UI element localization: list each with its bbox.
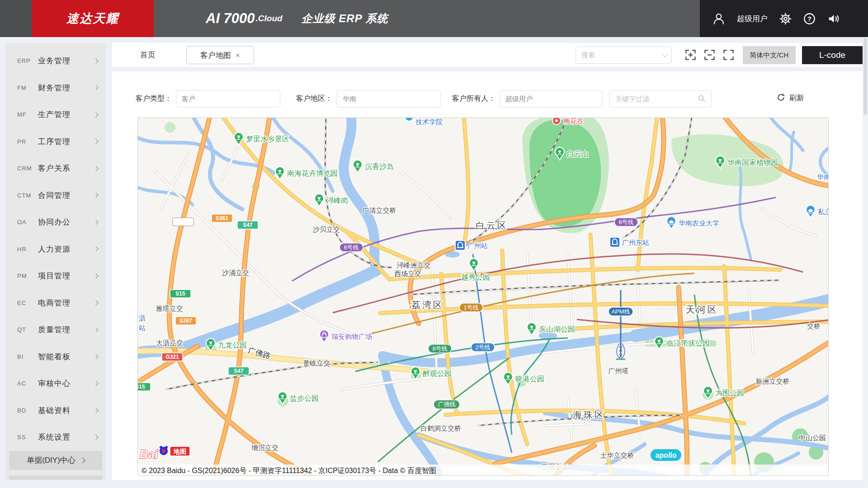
settings-gear-icon[interactable] — [779, 13, 792, 25]
customer-map-panel: 客户类型： 客户 客户地区： 华南 客户所有人： 超级用户 关键字过滤 刷新 — [112, 71, 863, 480]
global-search-select[interactable]: 搜索 — [576, 47, 672, 64]
speaker-icon[interactable] — [827, 12, 840, 25]
svg-text:沉香沙岛: 沉香沙岛 — [365, 163, 394, 170]
svg-text:S15: S15 — [175, 291, 185, 297]
sidebar-item-bd[interactable]: BD基础资料 — [5, 397, 106, 424]
keyword-placeholder: 关键字过滤 — [615, 95, 649, 103]
svg-text:S267: S267 — [179, 318, 192, 324]
svg-text:越秀公园: 越秀公园 — [461, 273, 490, 281]
sidebar-item-fm[interactable]: FM财务管理 — [5, 75, 106, 102]
help-icon[interactable]: ? — [803, 13, 816, 25]
sidebar-item-qt[interactable]: QT质量管理 — [5, 316, 106, 343]
lcode-button[interactable]: L-code — [802, 46, 863, 64]
close-icon[interactable]: × — [236, 52, 240, 59]
customer-type-input[interactable]: 客户 — [176, 90, 280, 108]
chevron-right-icon — [93, 273, 98, 278]
scrollbar-thumb[interactable] — [863, 38, 867, 115]
sidebar-item-pm[interactable]: PM项目管理 — [5, 263, 106, 290]
svg-text:九龙公园: 九龙公园 — [218, 341, 247, 349]
chevron-right-icon — [93, 193, 98, 198]
sidebar-item-ss[interactable]: SS系统设置 — [5, 424, 106, 451]
sidebar-item-hr[interactable]: HR人力资源 — [5, 236, 106, 263]
sidebar-item-code: EC — [17, 300, 38, 306]
sidebar-item-oa[interactable]: OA协同办公 — [5, 209, 106, 236]
sidebar-item-erp[interactable]: ERP业务管理 — [5, 47, 106, 75]
view-controls — [684, 49, 735, 63]
vertical-scrollbar[interactable] — [863, 37, 868, 488]
tab-customer-map[interactable]: 客户地图 × — [186, 46, 254, 64]
keyword-filter-input[interactable]: 关键字过滤 — [609, 90, 712, 108]
header-corner-block — [0, 0, 32, 37]
svg-text:技术学院: 技术学院 — [415, 118, 443, 126]
svg-text:土华立交桥: 土华立交桥 — [600, 451, 634, 459]
fullscreen-icon[interactable] — [722, 49, 735, 63]
road-badge-s15: S15 — [170, 290, 191, 298]
current-user-label[interactable]: 超级用户 — [737, 14, 768, 24]
svg-text:G321: G321 — [165, 354, 179, 360]
product-suffix: .Cloud — [256, 14, 283, 23]
chevron-right-icon — [93, 220, 98, 225]
sidebar-item-ctm[interactable]: CTM合同管理 — [5, 182, 106, 209]
diy-center-button-forms[interactable]: 单据(DIY)中心 — [9, 451, 102, 470]
svg-text:S361: S361 — [216, 215, 228, 221]
customer-owner-input[interactable]: 超级用户 — [500, 90, 603, 108]
metro-badge-line1: 1号线 — [459, 303, 483, 312]
scenic-pin-red[interactable] — [552, 118, 561, 125]
sidebar-item-label: 智能看板 — [38, 352, 71, 362]
svg-text:交桥: 交桥 — [807, 322, 821, 330]
chevron-down-icon — [662, 52, 668, 57]
sidebar-item-label: 生产管理 — [38, 109, 71, 120]
apollo-logo[interactable]: apollo — [651, 449, 681, 461]
svg-text:临江带状公园: 临江带状公园 — [666, 339, 710, 347]
sidebar-item-label: 工序管理 — [38, 136, 71, 147]
svg-text:私立: 私立 — [818, 208, 829, 216]
sidebar-item-code: SS — [17, 434, 38, 441]
svg-text:瑞安购物广场: 瑞安购物广场 — [331, 333, 372, 340]
sidebar-item-code: QT — [17, 326, 38, 333]
svg-text:XS13: XS13 — [176, 219, 190, 225]
zoom-in-icon[interactable] — [684, 49, 697, 63]
tab-home[interactable]: 首页 — [140, 43, 156, 67]
metro-station-icon[interactable] — [610, 237, 620, 247]
zoom-out-icon[interactable] — [703, 49, 716, 63]
customer-region-label: 客户地区： — [296, 94, 332, 103]
sidebar-item-code: OA — [17, 219, 38, 225]
customer-region-input[interactable]: 华南 — [337, 90, 441, 108]
baidu-map-canvas[interactable]: XS13XS13 S361 S47 S15 S267 G321 S47 S15 … — [137, 117, 829, 476]
sidebar-item-ec[interactable]: EC电商管理 — [5, 290, 106, 317]
brand-logo[interactable]: 速达天耀 — [32, 0, 154, 37]
sidebar-item-code: HR — [17, 246, 38, 253]
diy-center-button-reports[interactable]: 报表(DIY)中心 — [9, 476, 102, 480]
chevron-right-icon — [93, 166, 98, 171]
chevron-right-icon — [93, 408, 98, 413]
road-badge-s15-2: S15 — [138, 383, 151, 391]
search-icon — [698, 94, 706, 104]
svg-text:1号线: 1号线 — [463, 304, 478, 311]
metro-station-icon[interactable] — [455, 240, 465, 250]
map-attribution: © 2023 Baidu - GS(2021)6026号 - 甲测资字11111… — [142, 467, 436, 474]
search-placeholder: 搜索 — [581, 51, 595, 60]
svg-text:白云山: 白云山 — [567, 150, 589, 158]
chevron-right-icon — [80, 458, 85, 463]
language-button[interactable]: 简体中文/CH — [743, 46, 796, 64]
metro-badge-line6b: 6号线 — [614, 218, 638, 226]
svg-text:APM线: APM线 — [611, 308, 630, 315]
sidebar-item-pr[interactable]: PR工序管理 — [5, 128, 106, 155]
user-icon[interactable] — [712, 12, 725, 25]
sidebar-item-code: AC — [17, 380, 38, 387]
sidebar-item-code: FM — [17, 84, 38, 91]
sidebar-item-label: 审核中心 — [38, 378, 71, 389]
chevron-right-icon — [93, 354, 98, 359]
svg-text:白鹤洞立交桥: 白鹤洞立交桥 — [420, 424, 461, 432]
sidebar-item-mf[interactable]: MF生产管理 — [5, 101, 106, 128]
sidebar-item-code: CTM — [17, 192, 38, 199]
sidebar-item-ac[interactable]: AC审核中心 — [5, 370, 106, 397]
svg-text:S47: S47 — [234, 368, 244, 374]
customer-type-value: 客户 — [182, 95, 195, 103]
chevron-right-icon — [93, 139, 98, 144]
svg-text:白云区: 白云区 — [476, 221, 508, 230]
sidebar-item-label: 协同办公 — [38, 217, 71, 227]
sidebar-item-crm[interactable]: CRM客户关系 — [5, 155, 106, 182]
sidebar-item-bi[interactable]: BI智能看板 — [5, 343, 106, 371]
refresh-button[interactable]: 刷新 — [777, 93, 804, 103]
